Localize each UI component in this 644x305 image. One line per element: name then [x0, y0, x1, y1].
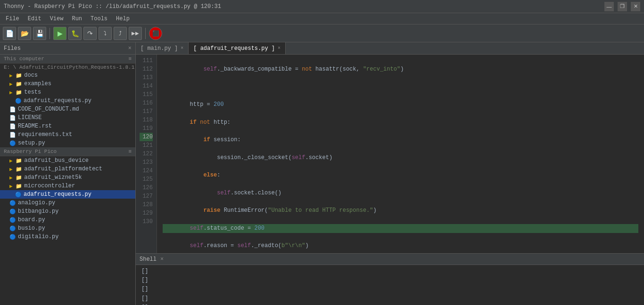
tree-item-adafruit-requests-local[interactable]: 🔵 adafruit_requests.py	[0, 96, 135, 105]
shell-content[interactable]: [] [] [] [] []	[136, 265, 644, 305]
resume-button[interactable]: ▶▶	[129, 27, 142, 40]
tree-item-examples[interactable]: ▶ 📁 examples	[0, 80, 135, 88]
tree-item-board[interactable]: 🔵 board.py	[0, 216, 135, 224]
shell-line-2: []	[141, 276, 638, 285]
files-close-icon[interactable]: ×	[128, 45, 132, 52]
tree-item-setup[interactable]: 🔵 setup.py	[0, 139, 135, 147]
tree-item-conduct[interactable]: 📄 CODE_OF_CONDUCT.md	[0, 105, 135, 113]
step-into-button[interactable]: ⤵	[99, 27, 112, 40]
main-layout: Files × This computer ≡ E: \ Adafruit_Ci…	[0, 42, 644, 305]
shell-line-5: []	[141, 303, 638, 305]
tab-adafruit-requests-py[interactable]: [ adafruit_requests.py ] ×	[189, 42, 286, 54]
files-panel-header: Files ×	[0, 42, 135, 55]
editor-area: [ main.py ] × [ adafruit_requests.py ] ×…	[136, 42, 644, 305]
shell-close-icon[interactable]: ×	[160, 256, 164, 263]
toolbar-separator-1	[50, 28, 50, 39]
save-file-button[interactable]: 💾	[33, 27, 46, 40]
tree-path: E: \ Adafruit_CircuitPython_Requests-1.8…	[0, 64, 135, 71]
tab-adafruit-requests-py-close[interactable]: ×	[278, 46, 281, 51]
stop-button[interactable]: ⬛	[149, 27, 162, 40]
run-button[interactable]: ▶	[53, 27, 66, 40]
tree-item-requirements[interactable]: 📄 requirements.txt	[0, 130, 135, 139]
tree-item-busio[interactable]: 🔵 busio.py	[0, 224, 135, 233]
rpi-pico-label: Raspberry Pi Pico	[4, 149, 57, 154]
step-out-button[interactable]: ⤴	[114, 27, 127, 40]
debug-button[interactable]: 🐛	[68, 27, 82, 40]
titlebar-title: Thonny - Raspberry Pi Pico :: /lib/adafr…	[4, 3, 221, 10]
new-file-button[interactable]: 📄	[3, 27, 16, 40]
rpi-pico-section: Raspberry Pi Pico ≡	[0, 147, 135, 156]
tree-item-license[interactable]: 📄 LICENSE	[0, 113, 135, 122]
toolbar: 📄 📂 💾 ▶ 🐛 ↷ ⤵ ⤴ ▶▶ ⬛	[0, 24, 644, 42]
shell-header: Shell ×	[136, 254, 644, 265]
tree-item-microcontroller[interactable]: ▶ 📁 microcontroller	[0, 182, 135, 190]
close-button[interactable]: ✕	[631, 2, 640, 11]
titlebar-controls: — ❐ ✕	[604, 2, 640, 11]
shell-label: Shell	[140, 256, 157, 263]
menu-edit[interactable]: Edit	[24, 15, 45, 23]
this-computer-menu-icon[interactable]: ≡	[128, 56, 132, 62]
menu-run[interactable]: Run	[68, 15, 86, 23]
tree-item-digitalio[interactable]: 🔵 digitalio.py	[0, 233, 135, 241]
open-file-button[interactable]: 📂	[18, 27, 31, 40]
tree-item-wiznet5k[interactable]: ▶ 📁 adafruit_wiznet5k	[0, 173, 135, 182]
shell-panel: Shell × [] [] [] [] []	[136, 253, 644, 305]
rpi-pico-menu-icon[interactable]: ≡	[128, 149, 132, 154]
tree-item-adafruit-requests-pico[interactable]: 🔵 adafruit_requests.py	[0, 190, 135, 199]
minimize-button[interactable]: —	[604, 2, 614, 11]
tree-item-docs[interactable]: ▶ 📁 docs	[0, 71, 135, 80]
tree-item-tests[interactable]: ▶ 📁 tests	[0, 88, 135, 96]
toolbar-separator-2	[145, 28, 146, 39]
tree-item-bus-device[interactable]: ▶ 📁 adafruit_bus_device	[0, 156, 135, 165]
titlebar: Thonny - Raspberry Pi Pico :: /lib/adafr…	[0, 0, 644, 13]
files-panel: Files × This computer ≡ E: \ Adafruit_Ci…	[0, 42, 136, 305]
tree-item-bitbangio[interactable]: 🔵 bitbangio.py	[0, 207, 135, 216]
menu-file[interactable]: File	[2, 15, 23, 23]
this-computer-section: This computer ≡	[0, 55, 135, 64]
menu-view[interactable]: View	[46, 15, 67, 23]
shell-line-1: []	[141, 267, 638, 276]
maximize-button[interactable]: ❐	[618, 2, 627, 11]
shell-line-4: []	[141, 294, 638, 303]
files-label: Files	[4, 45, 21, 52]
this-computer-label: This computer	[4, 56, 44, 62]
tree-item-readme[interactable]: 📄 README.rst	[0, 122, 135, 130]
tree-item-analogio[interactable]: 🔵 analogio.py	[0, 199, 135, 207]
tree-item-platformdetect[interactable]: ▶ 📁 adafruit_platformdetect	[0, 165, 135, 173]
step-over-button[interactable]: ↷	[83, 27, 97, 40]
shell-line-3: []	[141, 285, 638, 294]
menu-tools[interactable]: Tools	[87, 15, 111, 23]
menubar: File Edit View Run Tools Help	[0, 13, 644, 24]
menu-help[interactable]: Help	[112, 15, 133, 23]
tab-main-py[interactable]: [ main.py ] ×	[136, 42, 189, 54]
tab-main-py-close[interactable]: ×	[181, 46, 183, 51]
tabs-bar: [ main.py ] × [ adafruit_requests.py ] ×	[136, 42, 644, 55]
